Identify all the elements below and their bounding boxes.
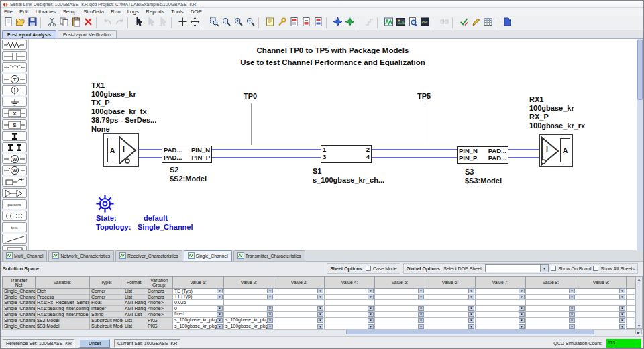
scroll-down-icon[interactable]: ▼ xyxy=(637,323,641,328)
palette-via-single-button[interactable] xyxy=(2,131,27,141)
chevron-down-icon[interactable]: ▼ xyxy=(267,324,273,329)
wire-s1-s3-p[interactable] xyxy=(372,157,457,158)
chevron-down-icon[interactable]: ▼ xyxy=(519,324,525,329)
menu-file[interactable]: File xyxy=(1,8,16,16)
value-cell[interactable]: ▼ xyxy=(274,312,325,318)
chevron-down-icon[interactable]: ▼ xyxy=(317,324,323,329)
chevron-down-icon[interactable]: ▼ xyxy=(569,306,575,311)
run-sim-2-button[interactable] xyxy=(343,17,356,29)
value-cell[interactable]: ▼ xyxy=(526,289,576,295)
s1-block[interactable]: 12 34 xyxy=(321,145,372,163)
wire-s1-s3-n[interactable] xyxy=(372,149,457,150)
show-on-board-checkbox[interactable] xyxy=(551,266,556,271)
value-cell[interactable]: ▼ xyxy=(274,289,325,295)
value-cell[interactable]: ▼ xyxy=(476,306,526,312)
move-button[interactable] xyxy=(189,17,201,29)
chevron-down-icon[interactable]: ▼ xyxy=(619,289,625,293)
blue-doc-button[interactable] xyxy=(501,17,513,29)
chevron-down-icon[interactable]: ▼ xyxy=(569,318,575,323)
value-cell[interactable] xyxy=(325,300,375,306)
menu-reports[interactable]: Reports xyxy=(142,8,168,16)
new-file-button[interactable] xyxy=(2,17,14,29)
chevron-down-icon[interactable]: ▼ xyxy=(317,312,323,317)
chevron-down-icon[interactable]: ▼ xyxy=(317,289,323,293)
value-cell[interactable] xyxy=(375,300,425,306)
chevron-down-icon[interactable]: ▼ xyxy=(418,295,424,299)
chevron-down-icon[interactable]: ▼ xyxy=(519,306,525,311)
value-cell[interactable] xyxy=(425,300,476,306)
delete-button[interactable] xyxy=(82,17,94,29)
palette-buffer-pair-button[interactable] xyxy=(2,188,27,198)
zoom-region-button[interactable] xyxy=(208,17,220,29)
palette-ground-button[interactable] xyxy=(2,97,27,107)
palette-s-parameter-button[interactable]: S xyxy=(2,119,27,130)
chevron-down-icon[interactable]: ▼ xyxy=(267,306,273,311)
chevron-down-icon[interactable]: ▼ xyxy=(418,306,424,311)
open-folder-button[interactable] xyxy=(14,17,26,29)
value-cell[interactable]: ▼ xyxy=(425,312,476,318)
chevron-down-icon[interactable]: ▼ xyxy=(217,289,223,293)
value-cell[interactable]: ▼ xyxy=(425,318,476,324)
palette-capacitor-button[interactable] xyxy=(2,51,27,61)
value-cell[interactable] xyxy=(526,300,576,306)
palette-probe-source-button[interactable] xyxy=(2,85,27,95)
palette-resistor-button[interactable] xyxy=(2,40,27,50)
value-cell[interactable] xyxy=(224,300,274,306)
value-cell[interactable]: ▼ xyxy=(274,295,325,301)
value-cell[interactable]: 0▼ xyxy=(173,306,224,312)
chevron-down-icon[interactable]: ▼ xyxy=(317,318,323,323)
value-cell[interactable]: TT (Typ)▼ xyxy=(173,295,224,301)
chevron-down-icon[interactable]: ▼ xyxy=(619,295,625,299)
value-cell[interactable]: ▼ xyxy=(375,312,425,318)
chevron-down-icon[interactable]: ▼ xyxy=(468,324,474,329)
palette-text-note-button[interactable]: text xyxy=(2,222,27,232)
value-cell[interactable] xyxy=(274,300,325,306)
sheet-tab-single_channel[interactable]: Single_Channel xyxy=(184,250,232,261)
chevron-down-icon[interactable]: ▼ xyxy=(418,324,424,329)
doc-model-2-button[interactable] xyxy=(300,17,312,29)
save-button[interactable] xyxy=(26,17,38,29)
zoom-in-button[interactable] xyxy=(232,17,244,29)
value-cell[interactable]: ▼ xyxy=(526,295,576,301)
value-cell[interactable]: ▼ xyxy=(425,289,476,295)
palette-inductor-button[interactable] xyxy=(2,62,27,72)
chevron-down-icon[interactable]: ▼ xyxy=(418,289,424,293)
value-cell[interactable]: ▼ xyxy=(274,306,325,312)
sheet-edit-button[interactable] xyxy=(264,17,276,29)
chevron-down-icon[interactable]: ▼ xyxy=(368,318,374,323)
value-cell[interactable]: 0.025 xyxy=(173,300,224,306)
chevron-down-icon[interactable]: ▼ xyxy=(569,324,575,329)
chevron-down-icon[interactable]: ▼ xyxy=(217,306,223,311)
menu-logs[interactable]: Logs xyxy=(124,8,142,16)
tab-post-layout-verification[interactable]: Post-Layout Verification xyxy=(58,30,116,38)
sheet-tab-network_characteristics[interactable]: Network_Characteristics xyxy=(48,250,114,261)
value-cell[interactable]: ▼ xyxy=(224,289,274,295)
chevron-down-icon[interactable]: ▼ xyxy=(217,324,223,329)
doe-sheet-combo[interactable]: ▼ xyxy=(485,264,549,272)
copy-button[interactable] xyxy=(58,17,70,29)
wire-s2-s1-n[interactable] xyxy=(212,149,321,150)
chevron-down-icon[interactable]: ▼ xyxy=(217,312,223,317)
chevron-down-icon[interactable]: ▼ xyxy=(468,306,474,311)
chevron-down-icon[interactable]: ▼ xyxy=(519,289,525,293)
value-cell[interactable]: ▼ xyxy=(325,295,375,301)
palette-params-button[interactable]: params xyxy=(2,199,27,209)
value-cell[interactable]: ▼ xyxy=(526,312,576,318)
value-cell[interactable]: ▼ xyxy=(425,295,476,301)
value-cell[interactable]: ▼ xyxy=(224,306,274,312)
value-cell[interactable]: s_100gbase_kr_pkg...▼ xyxy=(224,318,274,324)
value-cell[interactable]: ▼ xyxy=(375,295,425,301)
palette-w-line-coupled-button[interactable]: W xyxy=(2,165,27,175)
palette-breakout-button[interactable] xyxy=(2,177,27,187)
table-row[interactable]: Single_ChannelRX1:peaking_filter.modeStr… xyxy=(3,312,635,318)
chevron-down-icon[interactable]: ▼ xyxy=(267,318,273,323)
wire-s2-s1-p[interactable] xyxy=(212,157,321,158)
value-cell[interactable]: ▼ xyxy=(274,318,325,324)
sheet-tab-multi_channel[interactable]: Multi_Channel xyxy=(2,250,47,261)
value-cell[interactable]: ▼ xyxy=(576,295,627,301)
value-cell[interactable] xyxy=(476,300,526,306)
s2-block[interactable]: PAD...PIN_N PAD...PIN_P xyxy=(162,146,212,163)
chevron-down-icon[interactable]: ▼ xyxy=(267,295,273,299)
chevron-down-icon[interactable]: ▼ xyxy=(468,312,474,317)
doc-model-1-button[interactable] xyxy=(288,17,300,29)
